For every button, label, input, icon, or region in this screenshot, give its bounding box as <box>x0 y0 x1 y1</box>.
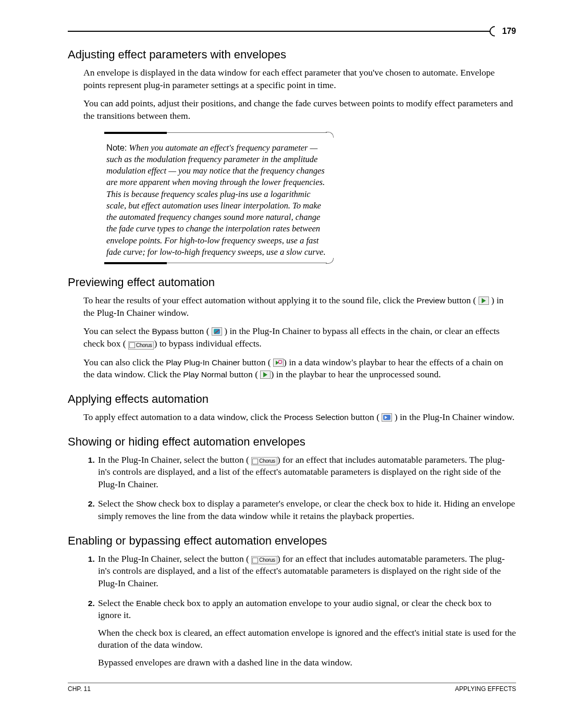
para: To hear the results of your effect autom… <box>83 294 516 319</box>
text: button ( <box>227 369 261 379</box>
text: button ( <box>349 412 382 422</box>
step-sub-para: Bypassed envelopes are drawn with a dash… <box>98 657 516 669</box>
para: You can also click the Play Plug-In Chai… <box>83 356 516 381</box>
chapter-reference: CHP. 11 <box>68 685 91 693</box>
play-icon <box>260 371 271 379</box>
checkbox-icon <box>129 342 135 348</box>
note-rule-bottom <box>104 262 334 264</box>
process-selection-label: Process Selection <box>284 413 349 422</box>
text: check box to display a parameter's envel… <box>98 498 515 521</box>
para: An envelope is displayed in the data win… <box>83 67 516 91</box>
bypass-button-label: Bypass <box>152 327 178 336</box>
step-item: In the Plug-In Chainer, select the butto… <box>97 553 516 590</box>
text: button ( <box>445 295 479 305</box>
chip-label: Chorus <box>259 458 275 465</box>
checkbox-icon <box>252 459 258 464</box>
header-rule <box>68 31 491 32</box>
heading-previewing: Previewing effect automation <box>68 276 516 289</box>
heading-adjusting: Adjusting effect parameters with envelop… <box>68 48 516 61</box>
section-body-previewing: To hear the results of your effect autom… <box>83 294 516 381</box>
text: In the Plug-In Chainer, select the butto… <box>98 454 251 465</box>
para: You can add points, adjust their positio… <box>83 97 516 122</box>
page-number: 179 <box>502 27 516 36</box>
text: You can also click the <box>83 357 166 367</box>
step-item: Select the Show check box to display a p… <box>97 498 516 522</box>
text: To hear the results of your effect autom… <box>83 295 417 305</box>
chip-label: Chorus <box>259 557 275 564</box>
para: You can select the Bypass button ( ) in … <box>83 325 516 350</box>
text: ) to bypass individual effects. <box>154 338 261 349</box>
step-sub-para: When the check box is cleared, an effect… <box>98 627 516 651</box>
text: To apply effect automation to a data win… <box>83 412 284 422</box>
heading-applying: Applying effects automation <box>68 392 516 406</box>
section-body-adjusting: An envelope is displayed in the data win… <box>83 67 516 264</box>
footer-rule <box>68 683 516 683</box>
play-plugin-chainer-label: Play Plug-In Chainer <box>166 358 240 367</box>
note-body: Note: When you automate an effect's freq… <box>104 138 334 263</box>
play-normal-label: Play Normal <box>183 370 227 379</box>
steps-enabling: In the Plug-In Chainer, select the butto… <box>83 553 516 669</box>
note-label: Note: <box>106 143 127 152</box>
footer-title: APPLYING EFFECTS <box>455 685 516 693</box>
play-chain-icon <box>273 359 284 367</box>
text: ) in the playbar to hear the unprocessed… <box>271 369 440 379</box>
preview-button-label: Preview <box>417 296 445 305</box>
text: In the Plug-In Chainer, select the butto… <box>98 553 251 564</box>
page-footer: CHP. 11 APPLYING EFFECTS <box>68 685 516 693</box>
effect-checkbox-chip: Chorus <box>251 556 277 564</box>
note-rule-top <box>104 132 334 138</box>
show-checkbox-label: Show <box>136 499 156 508</box>
play-icon <box>479 297 489 305</box>
steps-showing: In the Plug-In Chainer, select the butto… <box>83 454 516 523</box>
chip-label: Chorus <box>136 342 152 349</box>
effect-checkbox-chip: Chorus <box>128 341 154 350</box>
step-item: Select the Enable check box to apply an … <box>97 597 516 669</box>
para: To apply effect automation to a data win… <box>83 411 516 424</box>
note-text: When you automate an effect's frequency … <box>106 143 326 257</box>
text: button ( <box>178 326 212 336</box>
text: Select the <box>98 498 136 509</box>
section-body-applying: To apply effect automation to a data win… <box>83 411 516 424</box>
checkbox-icon <box>252 558 258 563</box>
text: ) in the Plug-In Chainer window. <box>392 412 515 422</box>
bypass-icon <box>212 327 222 336</box>
effect-checkbox-chip: Chorus <box>251 457 277 465</box>
step-item: In the Plug-In Chainer, select the butto… <box>97 454 516 491</box>
text: You can select the <box>83 326 152 336</box>
page-content: 179 Adjusting effect parameters with env… <box>0 0 563 713</box>
text: button ( <box>240 357 273 367</box>
enable-checkbox-label: Enable <box>136 599 161 608</box>
page-header-rule: 179 <box>68 26 516 36</box>
note-box: Note: When you automate an effect's freq… <box>104 132 334 265</box>
process-selection-icon <box>382 413 392 422</box>
heading-showing: Showing or hiding effect automation enve… <box>68 435 516 449</box>
text: Select the <box>98 598 136 608</box>
header-arc-icon <box>487 24 502 39</box>
heading-enabling: Enabling or bypassing effect automation … <box>68 534 516 548</box>
